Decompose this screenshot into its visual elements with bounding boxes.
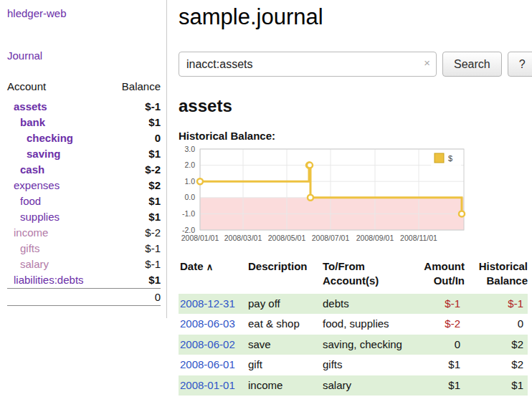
accounts-total-row: 0 [7, 289, 161, 306]
help-button[interactable]: ? [508, 52, 532, 77]
register-row: 2008-01-01incomesalary$1$1 [179, 375, 528, 396]
balance-cell: 0 [465, 314, 528, 335]
account-balance: $-1 [109, 99, 161, 115]
date-link[interactable]: 2008-12-31 [180, 297, 235, 310]
amount-cell: 0 [410, 335, 465, 355]
accounts-cell: saving, checking [323, 335, 410, 355]
svg-text:2008/07/01: 2008/07/01 [312, 234, 350, 242]
chart-title: Historical Balance: [179, 130, 532, 142]
amount-cell: $-1 [410, 294, 465, 315]
svg-text:$: $ [448, 154, 452, 163]
register-header-accounts: To/From Account(s) [323, 258, 410, 294]
register-row: 2008-06-03eat & shopfood, supplies$-20 [179, 314, 528, 335]
svg-text:2008/11/01: 2008/11/01 [400, 234, 437, 242]
accounts-cell: debts [323, 294, 410, 315]
account-balance: $-1 [109, 241, 161, 257]
svg-text:2.0: 2.0 [184, 160, 195, 169]
account-balance: $1 [109, 272, 161, 289]
accounts-cell: gifts [323, 355, 410, 375]
date-link[interactable]: 2008-01-01 [180, 379, 235, 391]
svg-text:0.0: 0.0 [184, 193, 195, 201]
account-balance: $2 [109, 178, 161, 193]
account-link[interactable]: bank [20, 116, 45, 128]
section-title: assets [179, 96, 532, 116]
account-row: expenses$2 [7, 178, 161, 193]
account-link[interactable]: food [20, 195, 41, 207]
sort-asc-icon: ∧ [206, 262, 214, 272]
account-row: supplies$1 [7, 209, 161, 225]
accounts-cell: salary [323, 375, 410, 396]
account-balance: $1 [109, 146, 161, 162]
account-row: liabilities:debts$1 [7, 272, 161, 289]
main-content: sample.journal × Search ? assets Histori… [167, 0, 532, 396]
svg-text:-2.0: -2.0 [182, 226, 195, 234]
account-link[interactable]: supplies [20, 211, 60, 223]
search-bar: × Search ? [179, 52, 532, 77]
clear-search-icon[interactable]: × [424, 57, 430, 68]
date-link[interactable]: 2008-06-03 [180, 317, 235, 330]
amount-cell: $-2 [410, 314, 465, 335]
account-row: food$1 [7, 193, 161, 209]
balance-cell: $1 [465, 375, 528, 396]
search-box: × [179, 52, 437, 77]
account-balance: 0 [109, 130, 161, 146]
description-cell: income [248, 375, 323, 396]
account-row: cash$-2 [7, 162, 161, 178]
svg-text:2008/05/01: 2008/05/01 [268, 234, 306, 242]
register-header-date-label: Date [180, 260, 204, 272]
register-header-balance: Historical Balance [465, 258, 528, 294]
account-balance: $1 [109, 193, 161, 209]
app-title-link[interactable]: hledger-web [7, 7, 161, 19]
balance-cell: $-1 [465, 294, 528, 315]
svg-text:2008/03/01: 2008/03/01 [224, 234, 262, 242]
account-row: gifts$-1 [7, 241, 161, 257]
register-header-date[interactable]: Date ∧ [179, 258, 248, 294]
register-row: 2008-06-01giftgifts$1$2 [179, 355, 528, 375]
account-link[interactable]: income [14, 226, 48, 239]
register-row: 2008-06-02savesaving, checking0$2 [179, 335, 528, 355]
app-root: hledger-web Journal Account Balance asse… [0, 0, 532, 396]
svg-text:3.0: 3.0 [184, 145, 195, 153]
balance-cell: $2 [465, 355, 528, 375]
search-input[interactable] [179, 52, 437, 77]
account-row: saving$1 [7, 146, 161, 162]
svg-text:2008/09/01: 2008/09/01 [356, 234, 394, 242]
register-header-description: Description [248, 258, 323, 294]
account-link[interactable]: saving [27, 148, 61, 160]
nav-journal-link[interactable]: Journal [7, 49, 161, 62]
account-link[interactable]: cash [20, 163, 44, 176]
svg-text:1.0: 1.0 [184, 177, 195, 186]
account-link[interactable]: assets [14, 100, 47, 112]
account-link[interactable]: gifts [20, 242, 40, 254]
register-header-row: Date ∧ Description To/From Account(s) Am… [179, 258, 528, 294]
svg-text:2008/01/01: 2008/01/01 [181, 234, 219, 242]
description-cell: eat & shop [248, 314, 323, 335]
date-link[interactable]: 2008-06-01 [180, 358, 235, 370]
date-link[interactable]: 2008-06-02 [180, 338, 235, 350]
sidebar: hledger-web Journal Account Balance asse… [0, 0, 167, 318]
account-balance: $-1 [109, 257, 161, 272]
amount-cell: $1 [410, 375, 465, 396]
accounts-total-value: 0 [109, 289, 161, 306]
account-link[interactable]: salary [20, 258, 49, 270]
balance-cell: $2 [465, 335, 528, 355]
accounts-table: Account Balance assets$-1bank$1checking0… [7, 79, 161, 306]
account-row: salary$-1 [7, 257, 161, 272]
accounts-cell: food, supplies [323, 314, 410, 335]
account-balance: $1 [109, 115, 161, 130]
page-title: sample.journal [179, 4, 532, 30]
search-button[interactable]: Search [442, 52, 502, 77]
account-row: income$-2 [7, 225, 161, 241]
account-row: bank$1 [7, 115, 161, 130]
account-link[interactable]: expenses [14, 179, 60, 191]
amount-cell: $1 [410, 355, 465, 375]
historical-balance-chart: 3.02.01.00.0-1.0-2.02008/01/012008/03/01… [179, 145, 532, 248]
account-link[interactable]: liabilities:debts [14, 274, 84, 286]
accounts-total-spacer [7, 289, 109, 306]
accounts-header-row: Account Balance [7, 79, 161, 99]
account-link[interactable]: checking [27, 132, 73, 144]
account-balance: $-2 [109, 162, 161, 178]
register-table: Date ∧ Description To/From Account(s) Am… [179, 258, 528, 396]
register-header-amount: Amount Out/In [410, 258, 465, 294]
description-cell: pay off [248, 294, 323, 315]
